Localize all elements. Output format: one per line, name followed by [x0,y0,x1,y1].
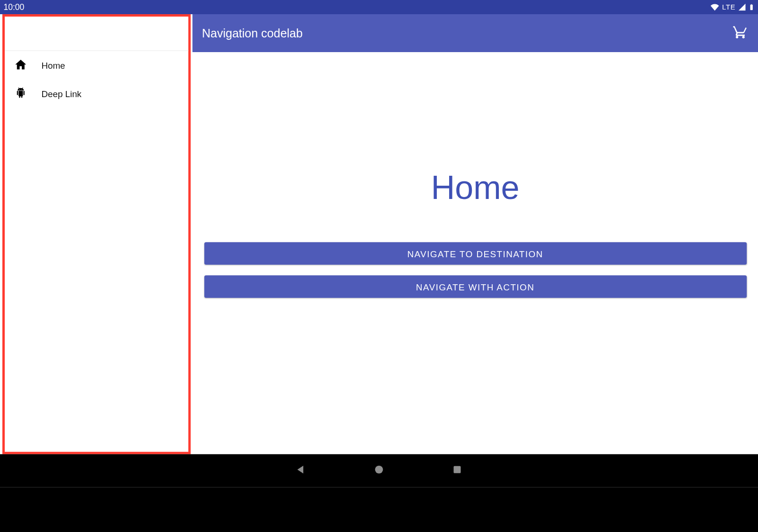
circle-home-icon [373,464,385,478]
navigate-with-action-button[interactable]: NAVIGATE WITH ACTION [204,275,747,298]
cart-action[interactable] [732,25,749,42]
drawer-item-label: Deep Link [42,89,81,99]
svg-rect-1 [454,466,461,473]
home-button[interactable] [372,464,386,478]
cellular-icon [738,3,747,11]
navigation-drawer: Home Deep Link [2,14,191,454]
shopping-cart-icon [732,24,748,42]
square-overview-icon [452,464,463,478]
app-bar-title: Navigation codelab [202,27,303,40]
home-icon [14,58,27,72]
system-navigation-bar [0,454,758,487]
drawer-header [5,17,189,51]
main-content: Home NAVIGATE TO DESTINATION NAVIGATE WI… [192,52,758,454]
battery-icon [749,2,755,12]
drawer-item-deep-link[interactable]: Deep Link [5,80,189,108]
wifi-icon [710,3,720,11]
svg-point-0 [375,466,383,474]
android-icon [14,86,27,101]
drawer-item-home[interactable]: Home [5,51,189,80]
tablet-screen: 10:00 LTE Navigation codelab [0,0,758,487]
navigate-to-destination-button[interactable]: NAVIGATE TO DESTINATION [204,242,747,265]
drawer-item-label: Home [42,60,65,70]
triangle-back-icon [295,464,307,478]
status-time: 10:00 [4,2,25,12]
network-label: LTE [722,3,735,11]
app-bar: Navigation codelab [192,14,758,52]
status-bar: 10:00 LTE [0,0,758,14]
back-button[interactable] [294,464,307,478]
overview-button[interactable] [451,464,464,478]
page-title: Home [431,168,520,207]
